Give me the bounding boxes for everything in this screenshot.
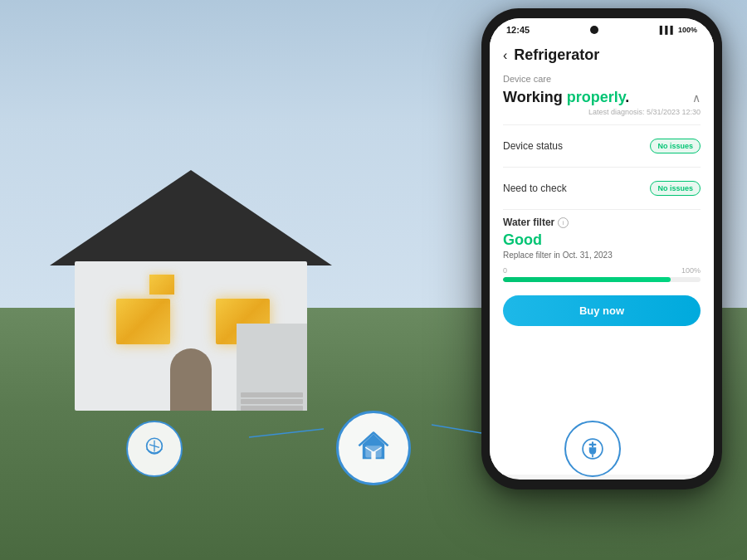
- info-icon[interactable]: i: [558, 217, 569, 228]
- right-circle-icon[interactable]: [564, 421, 621, 477]
- center-circle-icon[interactable]: [336, 411, 411, 485]
- status-bar: 12:45 ▌▌▌ 100%: [490, 18, 714, 38]
- working-row: Working properly. ∧: [503, 89, 701, 106]
- content-area: Device care Working properly. ∧ Latest d…: [490, 71, 714, 465]
- house-body: [75, 261, 307, 411]
- app-header: ‹ Refrigerator: [490, 38, 714, 71]
- garage-door-detail3: [241, 392, 303, 397]
- page-title: Refrigerator: [514, 46, 599, 64]
- water-filter-header: Water filter i: [503, 217, 701, 228]
- battery-icon: 100%: [678, 26, 697, 34]
- working-status: Working properly.: [503, 89, 629, 106]
- buy-now-button[interactable]: Buy now: [503, 295, 701, 326]
- progress-container: 0 100%: [503, 266, 701, 282]
- progress-bar-bg: [503, 277, 701, 282]
- properly-text: properly: [567, 89, 626, 105]
- divider-3: [503, 209, 701, 210]
- replace-filter-text: Replace filter in Oct. 31, 2023: [503, 251, 701, 260]
- need-to-check-row: Need to check No issues: [503, 174, 701, 202]
- camera-notch: [590, 26, 598, 34]
- water-filter-status: Good: [503, 231, 701, 249]
- progress-end: 100%: [681, 266, 701, 275]
- chevron-up-icon[interactable]: ∧: [692, 91, 701, 105]
- garage: [237, 324, 307, 411]
- house-icon: [355, 430, 392, 466]
- water-filter-label: Water filter: [503, 217, 554, 228]
- left-circle-icon[interactable]: [126, 421, 183, 477]
- need-to-check-label: Need to check: [503, 183, 567, 194]
- window-top: [149, 275, 174, 295]
- progress-start: 0: [503, 266, 507, 275]
- need-to-check-badge: No issues: [650, 181, 701, 196]
- divider-2: [503, 167, 701, 168]
- house-illustration: [50, 178, 332, 411]
- diagnosis-text: Latest diagnosis: 5/31/2023 12:30: [503, 108, 701, 116]
- app-content: ‹ Refrigerator Device care Working prope…: [490, 38, 714, 475]
- icon-circles-container: [0, 411, 747, 485]
- device-status-row: Device status No issues: [503, 132, 701, 160]
- bowl-icon: [140, 435, 168, 463]
- device-care-label: Device care: [503, 74, 701, 84]
- divider-1: [503, 124, 701, 125]
- working-text: Working: [503, 89, 567, 105]
- period: .: [625, 89, 629, 105]
- status-icons: ▌▌▌ 100%: [660, 26, 697, 34]
- back-button[interactable]: ‹: [503, 48, 507, 63]
- door: [170, 348, 212, 411]
- progress-labels: 0 100%: [503, 266, 701, 275]
- device-status-label: Device status: [503, 140, 563, 152]
- window-left: [116, 299, 170, 344]
- device-status-badge: No issues: [650, 139, 701, 153]
- svg-rect-5: [365, 446, 381, 457]
- progress-bar-fill: [503, 277, 671, 282]
- plug-icon: [579, 435, 607, 463]
- garage-door-detail2: [241, 399, 303, 404]
- roof: [50, 170, 332, 265]
- status-time: 12:45: [506, 25, 530, 35]
- signal-icon: ▌▌▌: [660, 26, 676, 34]
